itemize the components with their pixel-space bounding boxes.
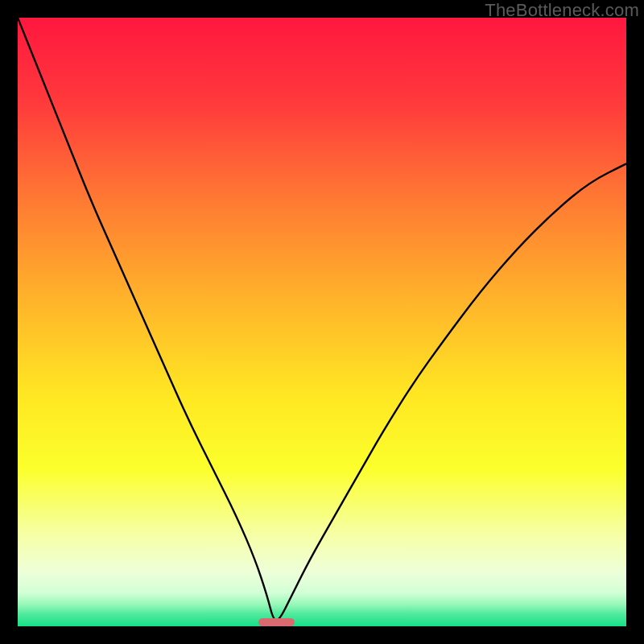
bottleneck-curve [18, 18, 626, 620]
optimal-marker [258, 618, 295, 626]
plot-area [18, 18, 626, 626]
curve-layer [18, 18, 626, 626]
outer-frame: TheBottleneck.com [0, 0, 644, 644]
